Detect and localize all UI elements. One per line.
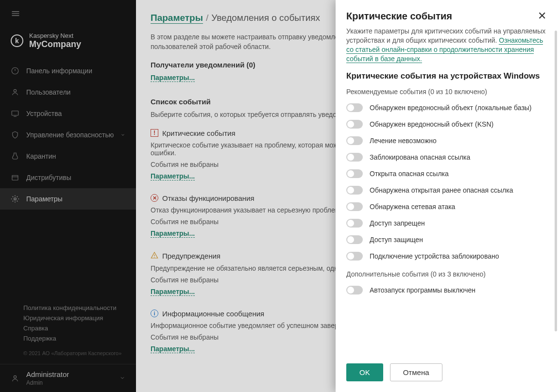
toggle-row: Автозапуск программы выключен [346, 286, 548, 294]
brand-line2: MyCompany [29, 39, 81, 49]
shield-icon [11, 131, 19, 139]
user-role: Admin [26, 379, 113, 386]
cancel-button[interactable]: Отмена [390, 363, 442, 381]
toggle-switch[interactable] [346, 120, 363, 129]
toggle-switch[interactable] [346, 186, 363, 195]
chevron-down-icon [119, 375, 125, 382]
hamburger-button[interactable] [0, 0, 136, 27]
toggle-row: Обнаружен вредоносный объект (KSN) [346, 120, 548, 129]
toggle-switch[interactable] [346, 103, 363, 112]
recipients-params-link[interactable]: Параметры... [151, 74, 195, 82]
critical-icon: ! [151, 129, 158, 137]
section-failure-link[interactable]: Параметры... [151, 229, 195, 238]
toggle-row: Доступ запрещен [346, 219, 548, 228]
toggle-label: Обнаружена открытая ранее опасная ссылка [370, 186, 513, 194]
toggle-label: Заблокирована опасная ссылка [370, 153, 470, 161]
nav-item-quarantine[interactable]: Карантин [0, 146, 136, 167]
toggle-label: Доступ запрещен [370, 219, 425, 227]
toggle-row: Открыта опасная ссылка [346, 169, 548, 178]
svg-point-1 [14, 89, 16, 92]
toggle-label: Доступ защищен [370, 236, 423, 244]
section-critical-title: Критические события [162, 129, 236, 137]
nav-label: Дистрибутивы [26, 174, 71, 181]
svg-point-4 [14, 198, 17, 200]
toggle-label: Открыта опасная ссылка [370, 170, 449, 178]
chevron-down-icon [120, 131, 125, 139]
svg-rect-2 [12, 111, 18, 115]
user-name: Administrator [26, 370, 113, 378]
ok-button[interactable]: OK [346, 363, 383, 381]
section-warning-title: Предупреждения [162, 252, 220, 260]
user-row[interactable]: Administrator Admin [0, 364, 136, 392]
section-info-title: Информационные сообщения [162, 310, 264, 318]
toggle-switch[interactable] [346, 235, 363, 244]
footer-link-support[interactable]: Поддержка [23, 333, 125, 343]
quarantine-icon [11, 152, 19, 161]
nav-item-users[interactable]: Пользователи [0, 82, 136, 103]
brand-logo-icon: k [11, 34, 23, 47]
section-failure-title: Отказы функционирования [162, 194, 254, 202]
modal-footer: OK Отмена [336, 356, 559, 392]
dashboard-icon [11, 66, 19, 75]
nav-item-settings[interactable]: Параметры [0, 188, 136, 210]
nav-label: Устройства [26, 110, 62, 117]
critical-events-modal: Критические события ✕ Укажите параметры … [336, 0, 559, 392]
footer-link-privacy[interactable]: Политика конфиденциальности [23, 303, 125, 313]
toggle-row: Обнаружена открытая ранее опасная ссылка [346, 186, 548, 195]
svg-point-6 [154, 257, 154, 257]
footer-link-help[interactable]: Справка [23, 323, 125, 333]
toggle-switch[interactable] [346, 169, 363, 178]
toggle-switch[interactable] [346, 202, 363, 211]
toggle-switch[interactable] [346, 153, 363, 162]
packages-icon [11, 173, 19, 182]
modal-subhead: Критические события на устройствах Windo… [346, 71, 548, 81]
devices-icon [11, 109, 19, 118]
toggle-switch[interactable] [346, 252, 363, 261]
toggle-switch[interactable] [346, 219, 363, 228]
section-critical-link[interactable]: Параметры... [151, 172, 195, 180]
nav-item-security[interactable]: Управление безопасностью [0, 124, 136, 146]
nav-item-packages[interactable]: Дистрибутивы [0, 167, 136, 188]
recommended-group-label: Рекомендуемые события (0 из 10 включено) [346, 88, 548, 96]
toggle-label: Лечение невозможно [370, 137, 437, 145]
brand-line1: Kaspersky Next [29, 32, 81, 39]
sidebar: k Kaspersky Next MyCompany Панель информ… [0, 0, 136, 392]
nav-label: Карантин [26, 152, 56, 160]
close-icon[interactable]: ✕ [536, 11, 548, 21]
info-icon: i [151, 310, 158, 317]
toggle-row: Подключение устройства заблокировано [346, 252, 548, 261]
toggle-switch[interactable] [346, 286, 363, 294]
modal-title: Критические события [346, 11, 536, 22]
toggle-row: Доступ защищен [346, 235, 548, 244]
footer-link-legal[interactable]: Юридическая информация [23, 313, 125, 323]
nav-item-dashboard[interactable]: Панель информации [0, 60, 136, 82]
nav-label: Параметры [26, 195, 63, 203]
breadcrumb-current: Уведомления о событиях [211, 13, 320, 23]
toggle-label: Автозапуск программы выключен [370, 286, 475, 294]
toggle-row: Обнаружена сетевая атака [346, 202, 548, 211]
toggle-label: Обнаружен вредоносный объект (локальные … [370, 104, 532, 112]
section-warning-link[interactable]: Параметры... [151, 288, 195, 296]
svg-point-5 [14, 376, 16, 378]
toggle-label: Подключение устройства заблокировано [370, 252, 499, 260]
sidebar-footer: Политика конфиденциальности Юридическая … [0, 303, 136, 364]
breadcrumb-root[interactable]: Параметры [151, 13, 203, 24]
toggle-row: Обнаружен вредоносный объект (локальные … [346, 103, 548, 112]
toggle-switch[interactable] [346, 136, 363, 145]
user-icon [11, 374, 19, 383]
users-icon [11, 88, 19, 97]
section-info-link[interactable]: Параметры... [151, 345, 195, 353]
copyright: © 2021 АО «Лаборатория Касперского» [23, 350, 125, 356]
hamburger-icon [11, 9, 20, 18]
gear-icon [11, 195, 19, 203]
nav-label: Управление безопасностью [26, 131, 114, 139]
failure-icon: ✕ [151, 194, 158, 202]
nav-label: Панель информации [26, 67, 92, 75]
svg-rect-3 [12, 176, 18, 180]
brand: k Kaspersky Next MyCompany [0, 27, 136, 60]
nav-label: Пользователи [26, 88, 70, 96]
toggle-row: Заблокирована опасная ссылка [346, 153, 548, 162]
nav-item-devices[interactable]: Устройства [0, 103, 136, 124]
warning-icon [151, 251, 158, 261]
toggle-row: Лечение невозможно [346, 136, 548, 145]
